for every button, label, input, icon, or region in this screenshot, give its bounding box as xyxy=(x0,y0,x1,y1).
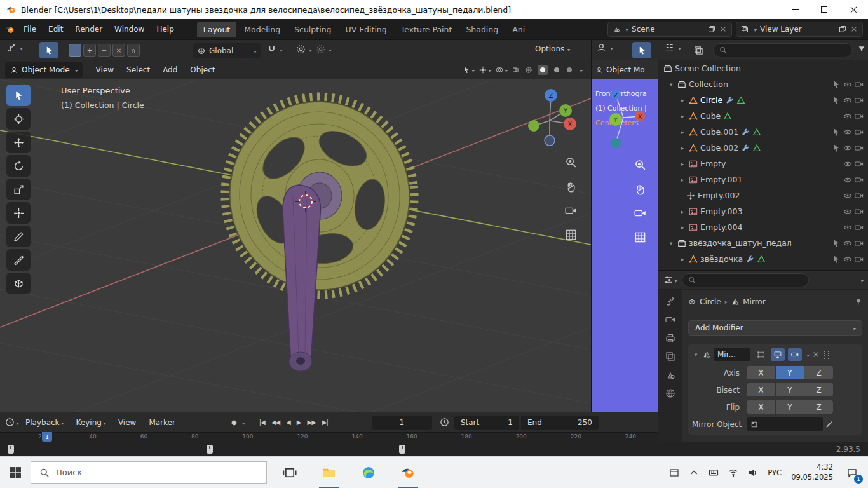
tab-output-icon[interactable] xyxy=(665,333,675,343)
taskbar-search[interactable]: Поиск xyxy=(31,461,267,484)
tool-settings-icon[interactable] xyxy=(6,43,16,52)
chevron-up-icon[interactable] xyxy=(689,468,699,478)
outliner-item-label[interactable]: Empty.002 xyxy=(698,191,740,200)
disclosure-icon[interactable] xyxy=(679,224,686,231)
mirror-object-field[interactable] xyxy=(747,417,823,431)
timeline-ruler[interactable]: 2040 6080 100120 140160 180200 220240 xyxy=(0,432,658,442)
object-mode-icon[interactable] xyxy=(597,43,606,52)
pan-button[interactable] xyxy=(562,177,580,195)
hide-toggle-icon[interactable] xyxy=(843,112,852,121)
outliner-row-scene-collection[interactable]: Scene Collection xyxy=(658,60,868,76)
network-icon[interactable] xyxy=(728,468,738,478)
outliner-row-empty[interactable]: Empty xyxy=(658,156,868,172)
mode-selector[interactable]: Object Mode xyxy=(5,62,83,78)
menu-select[interactable]: Select xyxy=(121,63,156,77)
chevron-down-icon[interactable] xyxy=(327,45,331,54)
view-layer-selector[interactable]: View Layer xyxy=(736,22,863,37)
menu-window[interactable]: Window xyxy=(109,22,150,36)
axis-z-button[interactable]: Z xyxy=(804,366,833,379)
disclosure-icon[interactable] xyxy=(679,145,686,151)
disclosure-icon[interactable] xyxy=(667,240,675,247)
realtime-toggle[interactable] xyxy=(771,348,785,361)
outliner-item-label[interactable]: Empty.003 xyxy=(700,207,742,216)
render-toggle[interactable] xyxy=(788,348,802,361)
blender-taskbar-button[interactable] xyxy=(393,457,423,488)
touch-keyboard-icon[interactable] xyxy=(709,468,719,478)
render-visibility-toggle-icon[interactable] xyxy=(855,207,864,216)
disclosure-icon[interactable] xyxy=(692,351,700,358)
hide-toggle-icon[interactable] xyxy=(843,239,852,248)
language-indicator[interactable]: РУС xyxy=(768,468,782,477)
outliner-item-label[interactable]: Cube.001 xyxy=(700,127,738,137)
scene-selector[interactable]: Scene xyxy=(607,22,732,37)
tab-render-icon[interactable] xyxy=(665,315,675,325)
filter-icon[interactable] xyxy=(858,45,865,53)
maximize-button[interactable] xyxy=(810,0,839,19)
selectable-toggle-icon[interactable] xyxy=(832,144,841,152)
outliner-item-label[interactable]: Circle xyxy=(700,95,722,105)
outliner-item-label[interactable]: звёздочка xyxy=(700,254,743,264)
minimize-button[interactable] xyxy=(780,0,810,19)
measure-tool[interactable] xyxy=(6,249,31,271)
chevron-down-icon[interactable] xyxy=(278,45,282,54)
render-visibility-toggle-icon[interactable] xyxy=(855,223,864,232)
disclosure-icon[interactable] xyxy=(679,177,686,183)
outliner-row-empty-001[interactable]: Empty.001 xyxy=(658,172,868,187)
display-mode-icon[interactable] xyxy=(694,46,703,55)
breadcrumb-modifier[interactable]: Mirror xyxy=(743,297,765,306)
bisect-x-button[interactable]: X xyxy=(747,383,775,396)
flip-x-button[interactable]: X xyxy=(747,400,775,414)
play-reverse-button[interactable]: ◀ xyxy=(283,417,294,428)
shading-solid-button[interactable] xyxy=(538,65,548,75)
select-mode-invert-button[interactable]: × xyxy=(112,44,125,57)
axis-y-button[interactable]: Y xyxy=(776,366,804,379)
menu-add[interactable]: Add xyxy=(157,63,183,77)
annotate-tool[interactable] xyxy=(6,226,31,247)
falloff-icon[interactable] xyxy=(316,44,325,54)
select-mode-extend-button[interactable]: + xyxy=(83,44,96,57)
chevron-down-icon[interactable] xyxy=(578,65,582,74)
close-button[interactable] xyxy=(839,0,868,19)
new-view-layer-icon[interactable] xyxy=(839,25,846,33)
pan-button[interactable] xyxy=(631,180,649,198)
outliner-item-label[interactable]: Scene Collection xyxy=(675,64,741,73)
flip-z-button[interactable]: Z xyxy=(804,400,833,414)
menu-view[interactable]: View xyxy=(90,63,119,77)
outliner-search[interactable] xyxy=(713,43,853,57)
tray-app-icon[interactable] xyxy=(669,468,679,478)
selectability-dropdown[interactable] xyxy=(463,65,474,74)
outliner-editor-icon[interactable] xyxy=(665,43,674,52)
scale-tool[interactable] xyxy=(6,179,31,200)
outliner-row-collection[interactable]: Collection xyxy=(658,76,868,92)
properties-search[interactable] xyxy=(682,273,809,287)
menu-render[interactable]: Render xyxy=(69,22,108,36)
y-axis-negative-handle[interactable] xyxy=(528,120,539,132)
chevron-down-icon[interactable] xyxy=(859,276,863,285)
axis-x-button[interactable]: X xyxy=(747,366,775,379)
chevron-down-icon[interactable] xyxy=(241,418,245,427)
render-visibility-toggle-icon[interactable] xyxy=(855,112,864,121)
outliner-row-empty-003[interactable]: Empty.003 xyxy=(658,203,868,219)
render-visibility-toggle-icon[interactable] xyxy=(855,255,864,264)
hide-toggle-icon[interactable] xyxy=(843,96,852,105)
close-icon[interactable] xyxy=(812,351,820,358)
disclosure-icon[interactable] xyxy=(679,113,686,119)
camera-view-button[interactable] xyxy=(562,201,580,219)
breadcrumb-object[interactable]: Circle xyxy=(700,297,721,306)
add-modifier-dropdown[interactable]: Add Modifier xyxy=(688,320,862,336)
outliner-row-empty-002[interactable]: Empty.002 xyxy=(658,187,868,203)
pin-icon[interactable] xyxy=(855,298,862,306)
close-icon[interactable] xyxy=(850,25,858,33)
playhead-marker[interactable]: 1 xyxy=(42,432,52,442)
previous-keyframe-button[interactable]: ◀◀ xyxy=(268,417,283,428)
3d-viewport[interactable]: Object Mode View Select Add Object User … xyxy=(0,60,591,412)
render-visibility-toggle-icon[interactable] xyxy=(855,144,864,152)
jump-to-start-button[interactable]: |◀ xyxy=(256,417,268,428)
render-visibility-toggle-icon[interactable] xyxy=(855,128,864,137)
outliner-item-label[interactable]: Empty.004 xyxy=(700,222,742,232)
workspace-tab-animation[interactable]: Ani xyxy=(506,22,531,37)
selectable-toggle-icon[interactable] xyxy=(832,255,841,264)
workspace-tab-shading[interactable]: Shading xyxy=(459,22,505,37)
tab-view-layer-icon[interactable] xyxy=(665,351,675,362)
start-button[interactable] xyxy=(0,457,31,488)
